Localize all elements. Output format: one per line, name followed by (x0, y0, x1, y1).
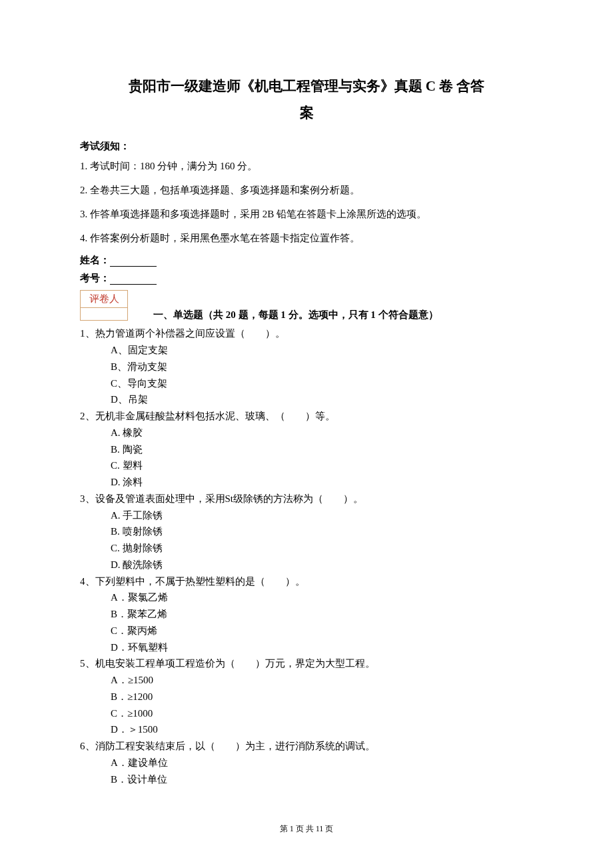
question-2-option-b: B. 陶瓷 (111, 441, 533, 458)
question-1-option-a: A、固定支架 (111, 342, 533, 359)
question-1-text: 1、热力管道两个补偿器之间应设置（ ）。 (80, 325, 533, 342)
question-1-option-c: C、导向支架 (111, 375, 533, 392)
grader-label: 评卷人 (81, 291, 127, 309)
name-field: 姓名： (80, 254, 533, 267)
question-6-option-a: A．建设单位 (111, 755, 533, 771)
question-3-option-d: D. 酸洗除锈 (111, 557, 533, 573)
notice-item-2: 2. 全卷共三大题，包括单项选择题、多项选择题和案例分析题。 (80, 182, 533, 198)
question-1: 1、热力管道两个补偿器之间应设置（ ）。 A、固定支架 B、滑动支架 C、导向支… (80, 325, 533, 408)
question-4-option-d: D．环氧塑料 (111, 639, 533, 656)
question-3: 3、设备及管道表面处理中，采用St级除锈的方法称为（ ）。 A. 手工除锈 B.… (80, 491, 533, 573)
question-5-option-c: C．≥1000 (111, 705, 533, 722)
question-1-option-d: D、吊架 (111, 391, 533, 408)
question-2: 2、无机非金属硅酸盐材料包括水泥、玻璃、（ ）等。 A. 橡胶 B. 陶瓷 C.… (80, 408, 533, 491)
notice-item-1: 1. 考试时间：180 分钟，满分为 160 分。 (80, 158, 533, 174)
question-2-option-a: A. 橡胶 (111, 425, 533, 441)
exam-no-input-line[interactable] (110, 284, 157, 285)
question-5-option-b: B．≥1200 (111, 689, 533, 705)
notice-heading: 考试须知： (80, 140, 533, 153)
question-5-option-a: A．≥1500 (111, 672, 533, 689)
name-label: 姓名： (80, 255, 110, 265)
question-2-option-c: C. 塑料 (111, 457, 533, 474)
question-3-option-a: A. 手工除锈 (111, 507, 533, 524)
question-4-option-b: B．聚苯乙烯 (111, 606, 533, 623)
question-4-text: 4、下列塑料中，不属于热塑性塑料的是（ ）。 (80, 573, 533, 590)
question-4-option-c: C．聚丙烯 (111, 623, 533, 639)
title-line-2: 案 (80, 100, 533, 127)
question-4: 4、下列塑料中，不属于热塑性塑料的是（ ）。 A．聚氯乙烯 B．聚苯乙烯 C．聚… (80, 573, 533, 656)
question-3-text: 3、设备及管道表面处理中，采用St级除锈的方法称为（ ）。 (80, 491, 533, 507)
question-6-option-b: B．设计单位 (111, 771, 533, 788)
question-5-option-d: D．＞1500 (111, 721, 533, 738)
question-6: 6、消防工程安装结束后，以（ ）为主，进行消防系统的调试。 A．建设单位 B．设… (80, 738, 533, 787)
notice-item-4: 4. 作答案例分析题时，采用黑色墨水笔在答题卡指定位置作答。 (80, 230, 533, 246)
question-2-option-d: D. 涂料 (111, 474, 533, 491)
title-line-1: 贵阳市一级建造师《机电工程管理与实务》真题 C 卷 含答 (80, 73, 533, 100)
document-title: 贵阳市一级建造师《机电工程管理与实务》真题 C 卷 含答 案 (80, 73, 533, 127)
section-1-header: 一、单选题（共 20 题，每题 1 分。选项中，只有 1 个符合题意） (153, 309, 533, 321)
question-2-text: 2、无机非金属硅酸盐材料包括水泥、玻璃、（ ）等。 (80, 408, 533, 425)
question-1-option-b: B、滑动支架 (111, 359, 533, 375)
notice-item-3: 3. 作答单项选择题和多项选择题时，采用 2B 铅笔在答题卡上涂黑所选的选项。 (80, 206, 533, 222)
grader-box-empty (81, 308, 127, 320)
exam-no-field: 考号： (80, 272, 533, 285)
exam-no-label: 考号： (80, 273, 110, 283)
question-3-option-b: B. 喷射除锈 (111, 523, 533, 540)
grader-box: 评卷人 (80, 290, 128, 321)
question-5-text: 5、机电安装工程单项工程造价为（ ）万元，界定为大型工程。 (80, 655, 533, 672)
question-4-option-a: A．聚氯乙烯 (111, 589, 533, 606)
question-5: 5、机电安装工程单项工程造价为（ ）万元，界定为大型工程。 A．≥1500 B．… (80, 655, 533, 738)
question-3-option-c: C. 抛射除锈 (111, 540, 533, 557)
page-footer: 第 1 页 共 11 页 (0, 823, 613, 835)
question-6-text: 6、消防工程安装结束后，以（ ）为主，进行消防系统的调试。 (80, 738, 533, 755)
name-input-line[interactable] (110, 266, 157, 267)
